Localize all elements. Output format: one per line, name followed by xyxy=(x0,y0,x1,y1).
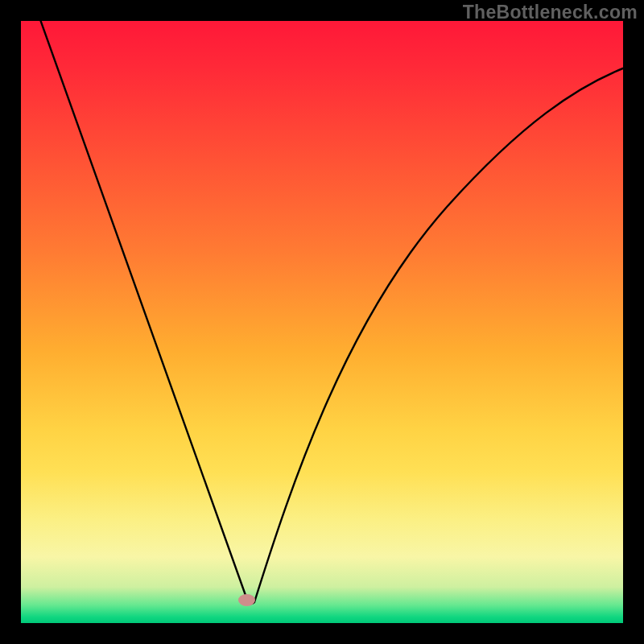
attribution-label: TheBottleneck.com xyxy=(463,2,638,23)
chart-plot-area xyxy=(21,21,623,623)
curve-path xyxy=(38,21,623,604)
optimum-dot xyxy=(238,594,255,606)
bottleneck-curve xyxy=(21,21,623,623)
